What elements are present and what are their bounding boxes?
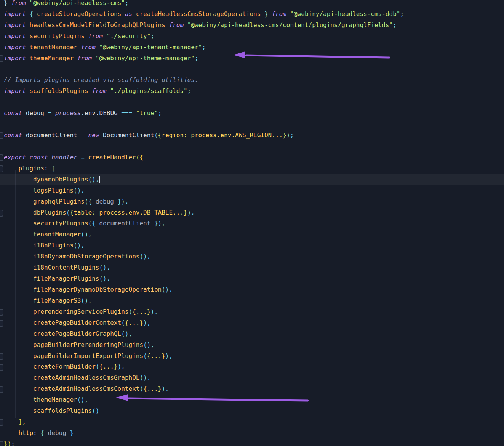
code-line[interactable]: import headlessCmsModelFieldToGraphQLPlu…: [0, 20, 504, 31]
code-line[interactable]: const debug = process.env.DEBUG === "tru…: [0, 108, 504, 119]
code-token: [4, 176, 33, 183]
code-line[interactable]: logsPlugins(),: [0, 185, 504, 196]
code-line[interactable]: scaffoldsPlugins(): [0, 406, 504, 417]
code-token: http: [19, 429, 34, 436]
code-token: from: [88, 87, 110, 95]
code-line[interactable]: tenantManager(),: [0, 229, 504, 240]
code-token: ;: [158, 109, 162, 117]
code-token: logsPlugins: [33, 187, 74, 194]
code-line[interactable]: export const handler = createHandler({: [0, 152, 504, 163]
code-line[interactable]: plugins: [: [0, 163, 504, 174]
code-token: [4, 165, 19, 172]
code-token: [4, 231, 33, 238]
code-line[interactable]: ],: [0, 417, 504, 428]
code-line[interactable]: [0, 97, 504, 108]
code-token: [4, 418, 19, 425]
code-token: [4, 363, 33, 370]
fold-toggle[interactable]: [0, 154, 3, 161]
code-line[interactable]: http: { debug }: [0, 428, 504, 439]
fold-toggle[interactable]: [0, 353, 3, 360]
fold-toggle[interactable]: [0, 55, 3, 62]
code-line[interactable]: } from "@webiny/api-headless-cms";: [0, 0, 504, 9]
code-line[interactable]: [0, 141, 504, 152]
fold-toggle[interactable]: [0, 364, 3, 371]
code-line[interactable]: createPageBuilderGraphQL(),: [0, 329, 504, 340]
code-token: const: [4, 109, 22, 117]
code-token: createPageBuilderGraphQL: [33, 330, 121, 337]
code-line[interactable]: graphqlPlugins({ debug }),: [0, 196, 504, 207]
code-line[interactable]: dynamoDbPlugins(),: [0, 174, 504, 185]
code-token: "./security": [107, 32, 151, 40]
code-line[interactable]: // Imports plugins created via scaffoldi…: [0, 75, 504, 86]
code-token: {...}: [143, 385, 162, 392]
fold-toggle[interactable]: [0, 309, 3, 316]
code-token: ===: [121, 109, 132, 117]
code-line[interactable]: import scaffoldsPlugins from "./plugins/…: [0, 86, 504, 97]
code-line[interactable]: });: [0, 439, 504, 446]
code-token: ),: [150, 308, 158, 315]
code-line[interactable]: import tenantManager from "@webiny/api-t…: [0, 42, 504, 53]
code-token: {: [29, 10, 33, 18]
code-line[interactable]: [0, 64, 504, 75]
fold-toggle[interactable]: [0, 210, 3, 217]
code-token: debug: [48, 429, 66, 436]
code-line[interactable]: i18nDynamoDbStorageOperations(),: [0, 251, 504, 262]
code-line[interactable]: fileManagerDynamoDbStorageOperation(),: [0, 284, 504, 295]
code-line[interactable]: import themeManager from "@webiny/api-th…: [0, 53, 504, 64]
code-token: documentClient: [99, 220, 150, 227]
code-line[interactable]: createPageBuilderContext({...}),: [0, 318, 504, 329]
code-token: createHeadlessCmsStorageOperations: [136, 10, 261, 18]
code-token: "@webiny/api-theme-manager": [96, 55, 195, 62]
code-line[interactable]: fileManagerPlugins(),: [0, 273, 504, 284]
code-token: (),: [81, 297, 92, 304]
code-line[interactable]: [0, 119, 504, 130]
code-token: (: [129, 308, 133, 315]
code-token: (),: [77, 396, 88, 403]
code-line[interactable]: createFormBuilder({...}),: [0, 361, 504, 372]
code-token: [4, 286, 33, 293]
code-token: import: [4, 32, 26, 40]
code-editor[interactable]: } from "@webiny/api-headless-cms";import…: [0, 0, 504, 446]
code-line[interactable]: const documentClient = new DocumentClien…: [0, 130, 504, 141]
code-token: {...}: [125, 319, 143, 326]
code-token: new: [85, 132, 103, 139]
fold-toggle[interactable]: [0, 132, 3, 139]
code-token: =: [81, 132, 85, 139]
code-line[interactable]: import securityPlugins from "./security"…: [0, 31, 504, 42]
code-token: [: [51, 165, 55, 172]
code-token: [4, 242, 33, 249]
code-line[interactable]: fileManagerS3(),: [0, 295, 504, 306]
code-line[interactable]: dbPlugins({table: process.env.DB_TABLE..…: [0, 207, 504, 218]
code-token: }): [4, 440, 11, 446]
code-token: "@webiny/api-headless-cms": [29, 0, 125, 6]
code-token: [26, 154, 30, 161]
fold-toggle[interactable]: [0, 441, 3, 446]
code-line[interactable]: securityPlugins({ documentClient }),: [0, 218, 504, 229]
code-token: import: [4, 87, 26, 95]
code-token: {region: process.env.AWS_REGION...}: [158, 132, 286, 139]
code-token: [4, 264, 33, 271]
code-line[interactable]: import { createStorageOperations as crea…: [0, 9, 504, 20]
fold-toggle[interactable]: [0, 419, 3, 426]
fold-toggle[interactable]: [0, 165, 3, 172]
code-token: from: [77, 43, 99, 51]
code-token: =: [81, 154, 85, 161]
code-line[interactable]: createAdminHeadlessCmsGraphQL(),: [0, 372, 504, 383]
code-line[interactable]: createAdminHeadlessCmsContext({...}),: [0, 383, 504, 395]
code-line[interactable]: i18nContentPlugins(),: [0, 262, 504, 273]
code-line[interactable]: pageBuilderPrerenderingPlugins(),: [0, 340, 504, 351]
code-token: (: [121, 319, 125, 326]
code-line[interactable]: prerenderingServicePlugins({...}),: [0, 306, 504, 318]
code-token: [33, 10, 37, 18]
code-token: ;: [202, 43, 206, 51]
code-token: from: [268, 10, 290, 18]
code-token: ;: [11, 440, 15, 446]
fold-toggle[interactable]: [0, 320, 3, 327]
code-token: from: [85, 32, 107, 40]
code-line[interactable]: themeManager(),: [0, 395, 504, 406]
code-line[interactable]: i18nPlugins(),: [0, 240, 504, 251]
code-token: [4, 352, 33, 359]
code-line[interactable]: pageBuilderImportExportPlugins({...}),: [0, 351, 504, 362]
fold-toggle[interactable]: [0, 386, 3, 393]
code-token: pageBuilderImportExportPlugins: [33, 352, 143, 359]
